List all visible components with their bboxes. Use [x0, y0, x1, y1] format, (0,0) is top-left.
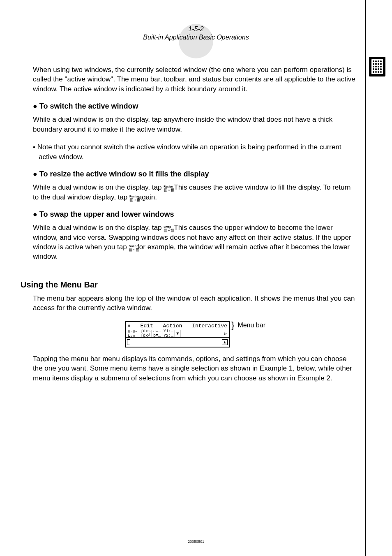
- section-switch-head: ● To switch the active window: [33, 102, 357, 111]
- toolbar-dropdown-icon: ▼: [175, 330, 180, 337]
- calculator-screenshot: ❖ Edit Action Interactive ▯.▯↲↳▸▯ ∫dx¬∫d…: [125, 321, 230, 348]
- swap-icon-glyph: ▤↔▧: [129, 248, 135, 252]
- text-fragment: While a dual window is on the display, t…: [33, 183, 164, 191]
- toolbar-more-icon: ▷: [180, 330, 228, 337]
- menu-bar-intro: The menu bar appears along the top of th…: [33, 294, 357, 313]
- swap-icon: Swap▤↔▧: [164, 225, 170, 232]
- toolbar-group-1: ▯.▯↲↳▸▯: [127, 330, 139, 337]
- intro-paragraph: When using two windows, the currently se…: [33, 65, 357, 94]
- calculator-app-icon: [369, 57, 385, 76]
- swap-icon: Swap▤↔▧: [129, 245, 135, 252]
- section-divider: [21, 270, 357, 270]
- calc-toolbar: ▯.▯↲↳▸▯ ∫dx¬∫dx┘ a=…b=… Y1:…Y2:… ▼ ▷: [126, 330, 229, 338]
- resize-icon-glyph: ▥↔▦: [164, 188, 170, 192]
- scroll-up-icon: ▴: [222, 339, 228, 345]
- action-menu: Action: [163, 323, 182, 329]
- calc-input-line: ▴: [126, 338, 229, 347]
- toolbar-group-2: ∫dx¬∫dx┘: [139, 330, 152, 337]
- page-header: 1-5-2 Built-in Application Basic Operati…: [0, 25, 392, 41]
- text-fragment: again.: [136, 193, 157, 201]
- resize-icon: Resize▥↔▦: [129, 195, 136, 202]
- toolbar-group-3: a=…b=…: [152, 330, 162, 337]
- page-title: Built-in Application Basic Operations: [0, 34, 392, 41]
- menu-bar-explain: Tapping the menu bar menu displays its c…: [33, 354, 357, 383]
- section-switch-note: • Note that you cannot switch the active…: [33, 142, 357, 162]
- section-resize-head: ● To resize the active window so it fill…: [33, 170, 357, 178]
- page-number: 1-5-2: [0, 25, 392, 33]
- swap-icon-glyph: ▤↔▧: [164, 228, 170, 232]
- resize-icon: Resize▥↔▦: [164, 185, 170, 192]
- heading-using-menu-bar: Using the Menu Bar: [21, 280, 357, 290]
- section-switch-p1: While a dual window is on the display, t…: [33, 115, 357, 134]
- footer-code: 20050501: [0, 540, 392, 544]
- toolbar-group-4: Y1:…Y2:…: [162, 330, 175, 337]
- section-resize-p1: While a dual window is on the display, t…: [33, 183, 357, 202]
- resize-icon-glyph: ▥↔▦: [129, 198, 136, 202]
- edit-menu: Edit: [141, 323, 153, 329]
- menu-bar-label: Menu bar: [238, 322, 265, 329]
- v-menu-icon: ❖: [127, 322, 131, 329]
- page: 1-5-2 Built-in Application Basic Operati…: [0, 0, 392, 556]
- menu-bar-figure: ❖ Edit Action Interactive ▯.▯↲↳▸▯ ∫dx¬∫d…: [33, 321, 357, 348]
- text-cursor-icon: [127, 339, 130, 345]
- text-fragment: While a dual window is on the display, t…: [33, 224, 164, 232]
- section-swap-head: ● To swap the upper and lower windows: [33, 210, 357, 219]
- brace-icon: }: [231, 320, 234, 331]
- interactive-menu: Interactive: [192, 323, 227, 329]
- section-swap-p1: While a dual window is on the display, t…: [33, 223, 357, 262]
- content-area: When using two windows, the currently se…: [33, 65, 357, 391]
- calculator-app-icon-dots: [371, 59, 383, 74]
- right-margin-rule: [365, 0, 366, 556]
